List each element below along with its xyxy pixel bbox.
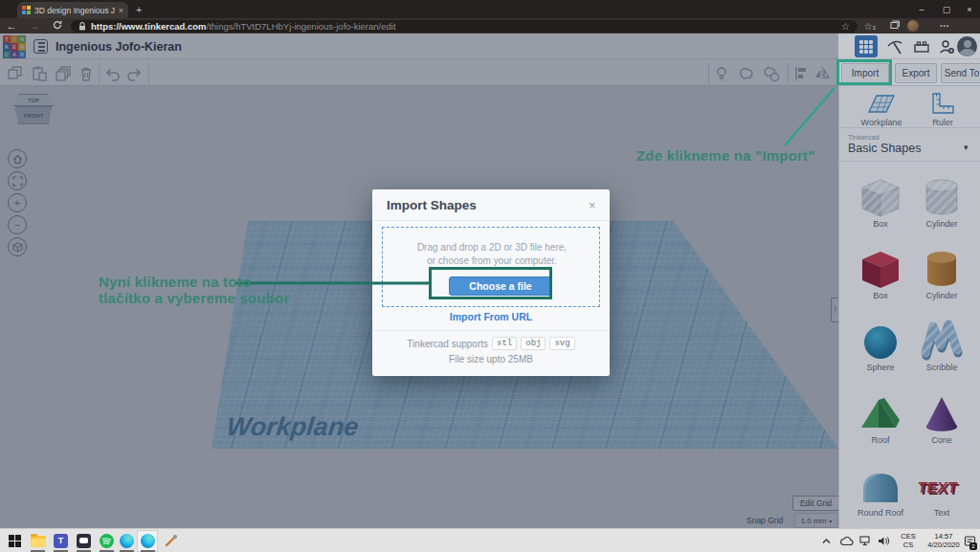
language-indicator[interactable]: CES CS bbox=[898, 533, 919, 549]
file-explorer-icon[interactable] bbox=[30, 533, 46, 549]
window-minimize-button[interactable]: – bbox=[909, 0, 934, 18]
refresh-icon[interactable] bbox=[46, 20, 69, 32]
import-from-url-link[interactable]: Import From URL bbox=[372, 311, 610, 322]
url-host: https://www.tinkercad.com bbox=[91, 21, 207, 32]
lock-icon bbox=[78, 17, 86, 34]
tray-date: 4/20/2020 bbox=[927, 541, 959, 549]
supported-formats: Tinkercad supports stl obj svg bbox=[372, 337, 610, 350]
tab-title: 3D design Ingenious Jofo-Kieran bbox=[34, 6, 115, 15]
edge-browser-active-icon[interactable] bbox=[140, 533, 156, 549]
browser-profile-avatar[interactable] bbox=[907, 20, 932, 32]
tinkercad-app: TINKERCAD Ingenious Jofo-Kieran bbox=[0, 33, 980, 528]
browser-tab[interactable]: 3D design Ingenious Jofo-Kieran × bbox=[17, 2, 128, 18]
dropzone-text-line2: or choose from your computer. bbox=[383, 255, 601, 266]
favorites-icon[interactable]: ☆≡ bbox=[858, 21, 882, 32]
modal-title: Import Shapes bbox=[387, 198, 477, 212]
tray-expand-icon[interactable] bbox=[818, 533, 835, 549]
tab-close-icon[interactable]: × bbox=[119, 6, 123, 15]
start-button[interactable] bbox=[7, 533, 23, 549]
screen: 3D design Ingenious Jofo-Kieran × + – ▢ … bbox=[0, 0, 980, 552]
tab-favicon-icon bbox=[22, 6, 31, 14]
forward-icon[interactable]: → bbox=[23, 20, 46, 32]
onedrive-cloud-icon[interactable] bbox=[838, 533, 855, 549]
modal-close-icon[interactable]: × bbox=[589, 198, 596, 212]
windows-taskbar: T bbox=[0, 528, 980, 552]
modal-backdrop bbox=[838, 33, 980, 528]
clock[interactable]: 14:57 4/20/2020 bbox=[923, 533, 965, 549]
url-field[interactable]: https://www.tinkercad.com/things/hTVtD7L… bbox=[71, 20, 858, 33]
divider bbox=[372, 330, 610, 331]
browser-url-bar: ← → https://www.tinkercad.com/things/hTV… bbox=[0, 18, 980, 33]
choose-file-highlight-box bbox=[429, 267, 552, 299]
browser-tab-bar: 3D design Ingenious Jofo-Kieran × + – ▢ … bbox=[0, 0, 980, 18]
edge-browser-icon[interactable] bbox=[119, 533, 135, 549]
notification-badge: 2 bbox=[969, 542, 977, 550]
url-path: /things/hTVtD7LHbYj-ingenious-jofo-kiera… bbox=[207, 21, 396, 32]
annotation-import-note: Zde klikneme na "Import" bbox=[636, 147, 815, 164]
chat-app-icon[interactable] bbox=[76, 533, 92, 549]
file-size-note: File size upto 25MB bbox=[372, 354, 610, 364]
spotify-icon[interactable] bbox=[99, 533, 115, 549]
network-icon[interactable] bbox=[858, 533, 874, 549]
teams-icon[interactable]: T bbox=[53, 533, 69, 549]
window-close-button[interactable]: × bbox=[957, 0, 980, 18]
volume-icon[interactable] bbox=[876, 533, 892, 549]
window-maximize-button[interactable]: ▢ bbox=[934, 0, 959, 18]
collections-icon[interactable] bbox=[882, 20, 907, 32]
supports-label: Tinkercad supports bbox=[407, 339, 488, 349]
url-text: https://www.tinkercad.com/things/hTVtD7L… bbox=[91, 21, 396, 32]
import-highlight-box bbox=[836, 59, 892, 85]
language-line2: CS bbox=[903, 541, 913, 549]
bookmark-star-icon[interactable]: ☆ bbox=[841, 21, 850, 32]
format-badge-svg: svg bbox=[549, 337, 574, 350]
annotation-choose-note-line2: tlačítko a vybereme soubor bbox=[99, 290, 289, 306]
annotation-choose-note-line1: Nyní klikneme na toto bbox=[99, 274, 251, 290]
browser-menu-icon[interactable]: ··· bbox=[932, 21, 957, 32]
format-badge-obj: obj bbox=[521, 337, 546, 350]
dropzone-text-line1: Drag and drop a 2D or 3D file here, bbox=[383, 242, 601, 253]
back-icon[interactable]: ← bbox=[0, 20, 23, 32]
format-badge-stl: stl bbox=[492, 337, 517, 350]
new-tab-button[interactable]: + bbox=[136, 4, 142, 15]
paint-app-icon[interactable] bbox=[163, 533, 179, 549]
